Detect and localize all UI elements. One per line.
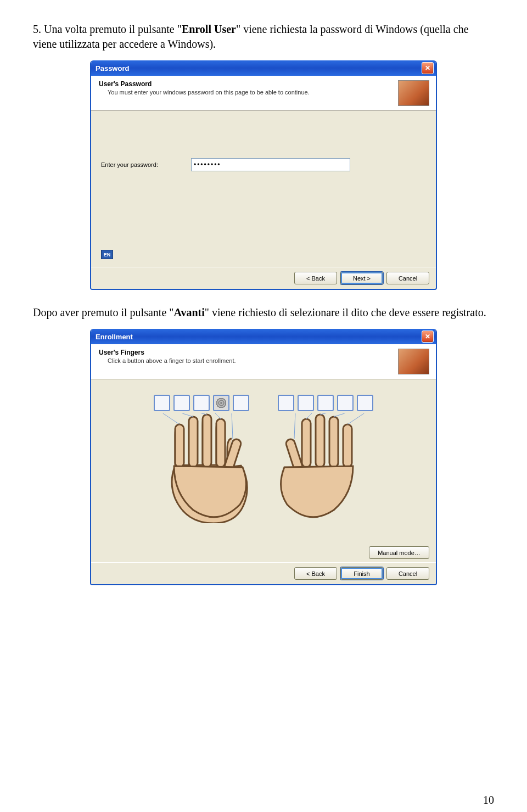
finger-selector-row	[101, 395, 426, 411]
finish-button[interactable]: Finish	[340, 567, 383, 580]
language-indicator[interactable]: EN	[101, 250, 113, 259]
close-button[interactable]: ✕	[422, 62, 434, 74]
header-subtitle: You must enter your windows password on …	[99, 89, 398, 96]
finger-slot-left-middle[interactable]	[193, 395, 210, 411]
window-title: Password	[96, 64, 422, 72]
close-icon: ✕	[425, 333, 430, 340]
avanti-text: Avanti	[173, 306, 204, 318]
manual-mode-button[interactable]: Manual mode…	[369, 546, 429, 559]
text: Dopo aver premuto il pulsante "	[33, 306, 173, 318]
finger-slot-right-index[interactable]	[298, 395, 314, 411]
svg-line-19	[294, 413, 295, 439]
svg-line-6	[179, 413, 193, 417]
intro-paragraph-1: 5. Una volta premuto il pulsante "Enroll…	[33, 22, 494, 52]
dialog-header: User's Password You must enter your wind…	[91, 76, 436, 111]
close-button[interactable]: ✕	[422, 331, 434, 343]
svg-rect-12	[316, 415, 324, 467]
svg-rect-11	[329, 417, 338, 467]
dialog-body	[91, 379, 436, 546]
language-code: EN	[104, 252, 111, 257]
svg-line-5	[161, 413, 180, 424]
svg-rect-1	[189, 417, 198, 467]
svg-line-7	[197, 413, 207, 415]
close-icon: ✕	[425, 64, 430, 72]
finger-slot-right-middle[interactable]	[317, 395, 334, 411]
password-input[interactable]	[191, 158, 350, 171]
page-number: 10	[483, 794, 494, 807]
window-title: Enrollment	[96, 333, 422, 341]
password-label: Enter your password:	[101, 161, 158, 168]
finger-slot-left-pinky[interactable]	[154, 395, 170, 411]
header-title: User's Password	[99, 80, 398, 88]
fingerprint-thumb-icon	[398, 80, 429, 106]
dialog-body: Enter your password: EN	[91, 111, 436, 267]
text: 5. Una volta premuto il pulsante "	[33, 23, 182, 35]
svg-line-17	[320, 413, 330, 415]
next-button[interactable]: Next >	[340, 272, 383, 284]
header-title: User's Fingers	[99, 349, 398, 356]
left-hand-icon	[149, 413, 254, 523]
svg-line-8	[214, 413, 221, 419]
finger-slot-right-thumb[interactable]	[278, 395, 294, 411]
intro-paragraph-2: Dopo aver premuto il pulsante "Avanti" v…	[33, 305, 494, 320]
enrollment-dialog: Enrollment ✕ User's Fingers Click a butt…	[90, 329, 437, 585]
svg-line-18	[306, 413, 313, 419]
finger-slot-left-ring[interactable]	[173, 395, 190, 411]
titlebar[interactable]: Enrollment ✕	[91, 329, 436, 344]
titlebar[interactable]: Password ✕	[91, 60, 436, 76]
svg-rect-13	[302, 419, 311, 467]
fingerprint-thumb-icon	[398, 349, 429, 374]
back-button[interactable]: < Back	[294, 272, 337, 284]
cancel-button[interactable]: Cancel	[386, 272, 429, 284]
dialog-header: User's Fingers Click a button above a fi…	[91, 344, 436, 379]
finger-slot-left-index[interactable]	[213, 395, 229, 411]
finger-slot-left-thumb[interactable]	[233, 395, 249, 411]
back-button[interactable]: < Back	[294, 567, 337, 580]
finger-slot-right-ring[interactable]	[337, 395, 354, 411]
text: " viene richiesto di selezionare il dito…	[205, 306, 486, 318]
header-subtitle: Click a button above a finger to start e…	[99, 357, 398, 364]
svg-line-15	[347, 413, 366, 424]
dialog-buttons: < Back Next > Cancel	[91, 267, 436, 289]
dialog-buttons: < Back Finish Cancel	[91, 562, 436, 584]
password-dialog: Password ✕ User's Password You must ente…	[90, 60, 437, 290]
right-hand-icon	[273, 413, 378, 523]
hands-illustration	[101, 413, 426, 523]
cancel-button[interactable]: Cancel	[386, 567, 429, 580]
svg-rect-10	[343, 424, 352, 467]
finger-slot-right-pinky[interactable]	[357, 395, 373, 411]
svg-rect-2	[203, 415, 211, 467]
manual-mode-row: Manual mode…	[91, 546, 436, 562]
svg-line-9	[232, 413, 233, 439]
enroll-user-text: Enroll User	[182, 23, 236, 35]
svg-rect-3	[216, 419, 225, 467]
svg-rect-0	[175, 424, 184, 467]
svg-line-16	[334, 413, 348, 417]
